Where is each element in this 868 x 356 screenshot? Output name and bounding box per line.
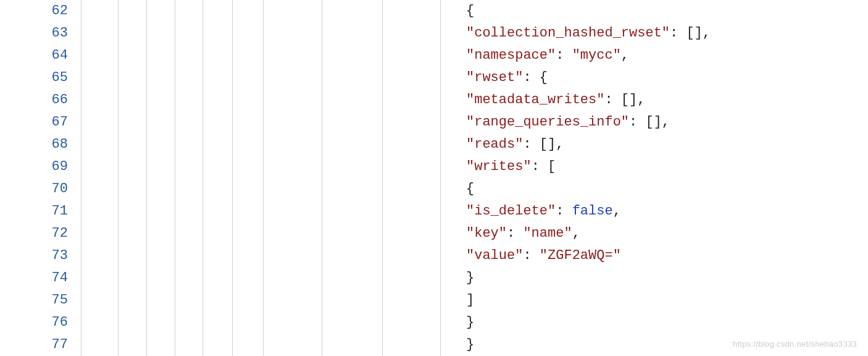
code-token-punct: ] [466,292,474,308]
code-token-str: "name" [523,226,572,241]
indent-guide-line [232,0,233,356]
line-number: 62 [0,0,68,22]
line-number: 70 [0,178,68,200]
code-token-punct: { [466,181,474,197]
code-token-key: "reads" [466,137,523,152]
line-number: 76 [0,312,68,334]
code-token-punct: } [466,337,474,352]
code-line[interactable]: "is_delete": false, [466,200,868,222]
code-token-punct: , [613,203,621,219]
code-line[interactable]: "collection_hashed_rwset": [], [466,22,868,44]
code-token-str: "ZGF2aWQ=" [540,248,621,263]
code-token-punct: : [], [604,92,645,108]
line-number: 67 [0,111,68,134]
code-line[interactable]: ] [466,289,868,312]
code-token-key: "collection_hashed_rwset" [466,25,670,41]
code-token-punct: : [], [670,25,711,41]
line-number: 63 [0,22,68,44]
line-number-gutter: 62636465666768697071727374757677 [0,0,80,356]
indent-guide-line [118,0,119,356]
code-token-punct: : [556,203,572,219]
code-token-punct: { [466,3,474,19]
code-token-bool: false [572,203,613,219]
code-line[interactable]: "writes": [ [466,156,868,178]
indent-guide-line [322,0,322,356]
indent-guide-line [440,0,441,356]
line-number: 64 [0,44,68,67]
line-number: 68 [0,134,68,156]
code-token-punct: : [], [629,114,670,130]
line-number: 65 [0,67,68,89]
code-line[interactable]: "range_queries_info": [], [466,111,868,134]
code-token-punct: : { [523,70,548,85]
indent-guide-line [202,0,203,356]
code-line[interactable]: { [466,0,868,22]
code-token-key: "key" [466,226,507,241]
code-text-area[interactable]: {"collection_hashed_rwset": [],"namespac… [466,0,868,356]
code-line[interactable]: "reads": [], [466,134,868,156]
code-line[interactable]: "namespace": "mycc", [466,44,868,67]
line-number: 75 [0,289,68,312]
line-number: 73 [0,245,68,267]
code-line[interactable]: { [466,178,868,200]
code-token-punct: , [621,48,629,63]
code-token-punct: : [556,48,572,63]
line-number: 71 [0,200,68,222]
code-token-key: "writes" [466,159,532,174]
indent-guide-line [81,0,81,356]
code-token-str: "mycc" [572,48,621,63]
code-token-punct: : [ [532,159,556,174]
code-token-punct: : [523,248,539,263]
line-number: 77 [0,334,68,356]
code-token-key: "range_queries_info" [466,114,629,130]
code-token-punct: } [466,270,474,286]
indent-guide-line [263,0,264,356]
code-line[interactable]: } [466,267,868,289]
code-line[interactable]: "value": "ZGF2aWQ=" [466,245,868,267]
code-line[interactable]: "key": "name", [466,222,868,245]
line-number: 72 [0,222,68,245]
line-number: 66 [0,89,68,111]
code-token-key: "is_delete" [466,203,556,219]
code-line[interactable]: "metadata_writes": [], [466,89,868,111]
indent-guide-line [146,0,147,356]
code-token-key: "value" [466,248,523,263]
indent-guide-line [175,0,175,356]
code-token-key: "metadata_writes" [466,92,604,108]
indent-guide-line [382,0,383,356]
code-token-key: "rwset" [466,70,523,85]
code-token-punct: : [], [523,137,564,152]
code-line[interactable]: "rwset": { [466,67,868,89]
line-number: 69 [0,156,68,178]
code-editor[interactable]: 62636465666768697071727374757677 {"colle… [0,0,868,356]
code-line[interactable]: } [466,312,868,334]
code-token-punct: : [507,226,523,241]
code-token-punct: } [466,315,474,330]
line-number: 74 [0,267,68,289]
code-token-punct: , [572,226,580,241]
watermark-text: https://blog.csdn.net/shebao3333 [733,339,857,349]
code-token-key: "namespace" [466,48,556,63]
